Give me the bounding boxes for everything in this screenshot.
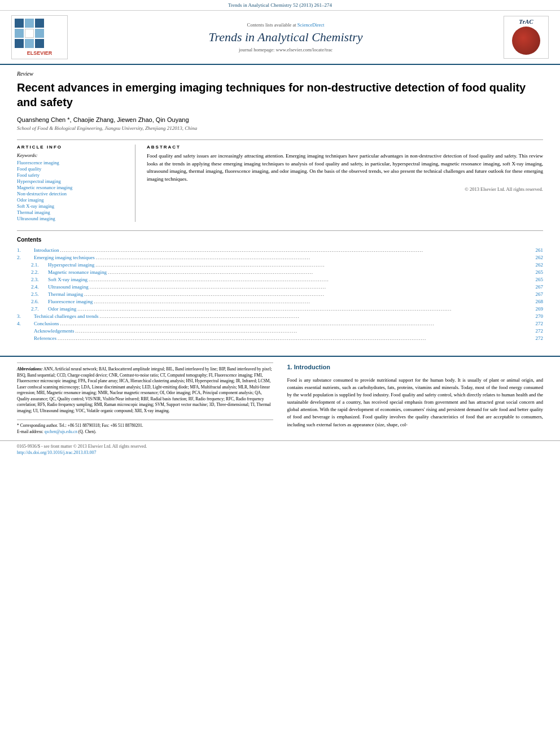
toc-title-2-7[interactable]: Odor imaging — [48, 306, 76, 312]
trac-title: TrAC — [506, 18, 546, 25]
toc-page-2-4: 267 — [529, 284, 543, 290]
toc-num-2-3: 2.3. — [31, 277, 47, 282]
trac-logo: TrAC — [504, 16, 549, 59]
footer-license: 0165-9936/$ - see front matter © 2013 El… — [17, 444, 543, 449]
sciencedirect-line: Contents lists available at ScienceDirec… — [68, 22, 504, 28]
intro-section-name: Introduction — [294, 364, 330, 370]
logo-sq-5 — [25, 29, 34, 38]
keyword-ultrasound[interactable]: Ultrasound imaging — [17, 216, 126, 221]
article-info-header: ARTICLE INFO — [17, 145, 126, 150]
toc-title-2-6[interactable]: Fluorescence imaging — [48, 299, 93, 304]
two-col-content: Abbreviations: ANN, Artificial neural ne… — [0, 362, 560, 435]
abbreviations-text: ANN, Artificial neural network; BAI, Bac… — [17, 366, 272, 413]
logo-sq-1 — [15, 19, 24, 28]
keyword-fluorescence[interactable]: Fluorescence imaging — [17, 160, 126, 165]
abbreviations-section: Abbreviations: ANN, Artificial neural ne… — [17, 362, 273, 414]
abbreviations-label: Abbreviations: — [17, 366, 42, 372]
toc-dots-2-1: ........................................… — [95, 262, 528, 268]
toc-dots-2-7: ........................................… — [77, 306, 528, 312]
intro-text: Food is any substance consumed to provid… — [287, 377, 544, 429]
toc-page-4: 272 — [529, 321, 543, 326]
toc-dots-2-4: ........................................… — [90, 284, 528, 290]
toc-num-1: 1. — [17, 247, 33, 253]
toc-title-2-1[interactable]: Hyperspectral imaging — [48, 262, 94, 268]
toc-item-ref: References .............................… — [17, 334, 543, 342]
toc-dots-4: ........................................… — [60, 321, 528, 326]
affiliation: School of Food & Biological Engineering,… — [17, 125, 543, 131]
toc-page-2-1: 262 — [529, 262, 543, 268]
elsevier-brand-text: ELSEVIER — [15, 50, 64, 56]
toc-item-2-1: 2.1. Hyperspectral imaging .............… — [17, 261, 543, 268]
toc-item-4: 4. Conclusions .........................… — [17, 320, 543, 327]
toc-page-1: 261 — [529, 247, 543, 253]
abstract-header: ABSTRACT — [147, 145, 543, 150]
toc-item-2-7: 2.7. Odor imaging ......................… — [17, 305, 543, 312]
toc-title-2-5[interactable]: Thermal imaging — [48, 291, 83, 297]
footnote-section: * Corresponding author. Tel.: +86 511 88… — [17, 420, 273, 435]
toc-title-ack[interactable]: Acknowledgements — [34, 328, 74, 334]
toc-item-3: 3. Technical challenges and trends .....… — [17, 312, 543, 320]
article-title: Recent advances in emerging imaging tech… — [17, 80, 543, 110]
toc-dots-ack: ........................................… — [75, 328, 528, 334]
toc-dots-2-6: ........................................… — [94, 299, 528, 304]
footnote-email-link[interactable]: qschen@ujs.edu.cn — [45, 429, 77, 434]
footnote-email-label: E-mail address: — [17, 429, 45, 434]
toc-page-2-3: 265 — [529, 277, 543, 282]
toc-num-2-7: 2.7. — [31, 306, 47, 312]
keyword-non-destructive[interactable]: Non-destructive detection — [17, 191, 126, 196]
authors: Quansheng Chen *, Chaojie Zhang, Jiewen … — [17, 116, 543, 123]
toc-dots-2-3: ........................................… — [89, 277, 528, 282]
toc-page-2: 262 — [529, 255, 543, 260]
keyword-food-quality[interactable]: Food quality — [17, 166, 126, 172]
toc-title-2-2[interactable]: Magnetic resonance imaging — [48, 269, 107, 275]
toc-num-2: 2. — [17, 255, 33, 260]
journal-center: Contents lists available at ScienceDirec… — [68, 22, 504, 53]
toc-num-2-2: 2.2. — [31, 269, 47, 275]
toc-dots-ref: ........................................… — [58, 335, 528, 341]
toc-item-2-5: 2.5. Thermal imaging ...................… — [17, 290, 543, 298]
page-footer: 0165-9936/$ - see front matter © 2013 El… — [0, 440, 560, 459]
contents-section: Contents 1. Introduction ...............… — [17, 237, 543, 342]
toc-page-2-7: 269 — [529, 306, 543, 312]
copyright-line: © 2013 Elsevier Ltd. All rights reserved… — [147, 186, 543, 192]
toc-dots-2: ........................................… — [96, 255, 528, 260]
page-container: Trends in Analytical Chemistry 52 (2013)… — [0, 0, 560, 459]
keyword-hyperspectral[interactable]: Hyperspectral imaging — [17, 178, 126, 184]
journal-header: ELSEVIER Contents lists available at Sci… — [0, 11, 560, 65]
keyword-mri[interactable]: Magnetic resonance imaging — [17, 185, 126, 190]
toc-num-4: 4. — [17, 321, 33, 326]
toc-title-2[interactable]: Emerging imaging techniques — [34, 255, 95, 260]
toc-item-2-3: 2.3. Soft X-ray imaging ................… — [17, 276, 543, 283]
toc-title-ref[interactable]: References — [34, 335, 56, 341]
keyword-food-safety[interactable]: Food safety — [17, 172, 126, 178]
toc-title-2-3[interactable]: Soft X-ray imaging — [48, 277, 88, 282]
toc-title-2-4[interactable]: Ultrasound imaging — [48, 284, 89, 290]
main-content: Review Recent advances in emerging imagi… — [0, 65, 560, 347]
toc-page-ref: 272 — [529, 335, 543, 341]
review-label: Review — [17, 71, 543, 77]
toc-title-3[interactable]: Technical challenges and trends — [34, 313, 99, 319]
toc-item-2: 2. Emerging imaging techniques .........… — [17, 254, 543, 261]
logo-sq-3 — [35, 19, 44, 28]
footnote-corresponding: * Corresponding author. Tel.: +86 511 88… — [17, 423, 273, 429]
toc-dots-3: ........................................… — [100, 313, 528, 319]
keyword-thermal[interactable]: Thermal imaging — [17, 209, 126, 215]
abstract-section: ABSTRACT Food quality and safety issues … — [147, 145, 543, 222]
toc-title-4[interactable]: Conclusions — [34, 321, 59, 326]
toc-item-2-6: 2.6. Fluorescence imaging ..............… — [17, 298, 543, 305]
toc-item-2-4: 2.4. Ultrasound imaging ................… — [17, 283, 543, 290]
keyword-soft-xray[interactable]: Soft X-ray imaging — [17, 203, 126, 209]
right-column: 1. Introduction Food is any substance co… — [287, 362, 544, 435]
logo-sq-8 — [25, 39, 34, 48]
footer-doi-link[interactable]: http://dx.doi.org/10.1016/j.trac.2013.03… — [17, 450, 97, 455]
keyword-odor[interactable]: Odor imaging — [17, 197, 126, 203]
toc-title-1[interactable]: Introduction — [34, 247, 59, 253]
sciencedirect-link[interactable]: ScienceDirect — [298, 22, 325, 28]
divider-2 — [17, 230, 543, 231]
journal-title: Trends in Analytical Chemistry — [68, 30, 504, 45]
section-divider — [0, 356, 560, 357]
abstract-text: Food quality and safety issues are incre… — [147, 152, 543, 183]
left-column: Abbreviations: ANN, Artificial neural ne… — [17, 362, 273, 435]
toc-page-2-2: 265 — [529, 269, 543, 275]
toc-num-3: 3. — [17, 313, 33, 319]
